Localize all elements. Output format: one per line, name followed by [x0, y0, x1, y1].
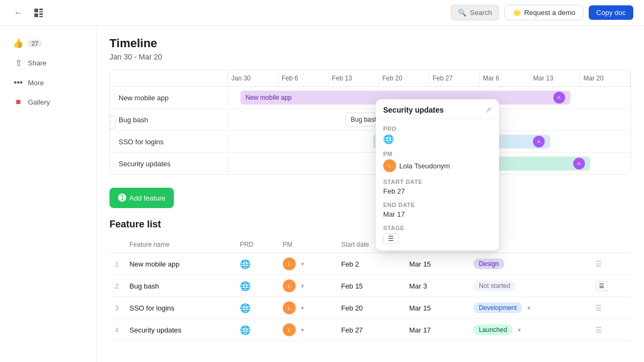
table-row: 1 New mobile app 🌐 L ▼ Feb 2 Mar 15 Desi…: [109, 253, 631, 275]
popup-stage-box[interactable]: ☰: [383, 233, 399, 244]
globe-icon-3[interactable]: 🌐: [240, 304, 251, 313]
avatar-new-mobile: A: [553, 92, 565, 104]
popup-header: Security updates ⇗: [376, 99, 499, 119]
main-content: 👍 27 ⇧ Share ••• More ■ Gallery Timeline…: [0, 26, 644, 362]
popup-expand-icon[interactable]: ⇗: [485, 106, 492, 114]
popup-stage-section: STAGE ☰: [383, 225, 492, 244]
avatar-security: A: [573, 158, 585, 169]
row-num-3: 3: [109, 297, 124, 319]
row-pm-2: L ▼: [277, 275, 336, 297]
svg-rect-2: [39, 11, 43, 12]
add-feature-label: Add feature: [129, 194, 165, 202]
timeline-label-security: Security updates: [110, 156, 228, 172]
popup-end-section: END DATE Mar 17: [383, 202, 492, 218]
copy-doc-button[interactable]: Copy doc: [589, 5, 633, 20]
back-button[interactable]: ←: [11, 5, 26, 20]
row-start-4: Feb 27: [336, 319, 404, 341]
share-icon: ⇧: [13, 58, 24, 68]
row-start-3: Feb 20: [336, 297, 404, 319]
globe-icon-4[interactable]: 🌐: [240, 326, 251, 335]
pm-avatar-1: L: [283, 257, 296, 270]
pm-avatar-2: L: [283, 279, 296, 292]
stage-dropdown-4[interactable]: ▼: [517, 327, 522, 333]
table-row: 2 Bug bash 🌐 L ▼ Feb 15 Mar 3 Not starte…: [109, 275, 631, 297]
content-area: Timeline Jan 30 - Mar 20 « Jan 30 Feb 6 …: [97, 26, 644, 362]
date-range: Jan 30 - Mar 20: [109, 53, 631, 61]
stage-dropdown-3[interactable]: ▼: [526, 305, 532, 311]
popup-prd-label: PRD: [383, 125, 492, 132]
view-toggle-button[interactable]: [31, 5, 46, 20]
row-num-2: 2: [109, 275, 124, 297]
timeline-row-security: Security updates Security updates A: [110, 153, 631, 174]
page-title: Timeline: [109, 36, 631, 50]
date-feb13: Feb 13: [329, 70, 379, 86]
row-num-1: 1: [109, 253, 124, 275]
pm-dropdown-2[interactable]: ▼: [300, 283, 305, 289]
demo-icon: 🌟: [513, 9, 521, 17]
popup-pm-label: PM: [383, 151, 492, 157]
pm-dropdown-1[interactable]: ▼: [300, 261, 305, 267]
action-icon-1[interactable]: ☰: [595, 260, 602, 268]
sidebar-item-likes[interactable]: 👍 27: [4, 34, 92, 52]
row-action-1: ☰: [590, 253, 631, 275]
globe-icon-2[interactable]: 🌐: [240, 282, 251, 291]
date-jan30: Jan 30: [228, 70, 279, 86]
row-stage-4: Launched ▼: [468, 319, 589, 341]
timeline-row-sso: SSO for logins SSO for logins A: [110, 131, 631, 153]
popup-title: Security updates: [383, 106, 444, 114]
popup-globe-icon[interactable]: 🌐: [383, 135, 394, 144]
popup-stage-value: ☰: [383, 233, 492, 244]
date-feb6: Feb 6: [279, 70, 329, 86]
popup-pm-avatar: L: [383, 159, 396, 172]
row-end-4: Mar 17: [404, 319, 468, 341]
row-action-2: ☰: [590, 275, 631, 297]
add-feature-button[interactable]: ➊ Add feature: [109, 188, 174, 208]
row-name-3: SSO for logins: [124, 297, 235, 319]
row-action-box-2[interactable]: ☰: [595, 281, 608, 291]
svg-rect-4: [39, 13, 43, 15]
timeline-label-bug-bash: Bug bash: [110, 112, 228, 128]
action-icon-4[interactable]: ☰: [595, 326, 602, 334]
popup-card: Security updates ⇗ PRD 🌐 PM L Lola Tseud…: [376, 99, 499, 250]
pm-dropdown-4[interactable]: ▼: [300, 327, 305, 333]
gallery-label: Gallery: [28, 98, 50, 106]
date-feb20: Feb 20: [379, 70, 429, 86]
sidebar-item-gallery[interactable]: ■ Gallery: [4, 93, 92, 110]
feature-table: Feature name PRD PM Start date End date …: [109, 237, 631, 341]
sidebar-item-share[interactable]: ⇧ Share: [4, 54, 92, 72]
pm-dropdown-3[interactable]: ▼: [300, 305, 305, 311]
top-bar: ← 🔍 Search 🌟 Request a demo Copy doc: [0, 0, 644, 26]
globe-icon-1[interactable]: 🌐: [240, 260, 251, 269]
action-icon-3[interactable]: ☰: [595, 304, 602, 312]
share-label: Share: [28, 59, 47, 67]
request-demo-button[interactable]: 🌟 Request a demo: [504, 5, 583, 20]
collapse-button[interactable]: «: [109, 116, 115, 129]
feature-list-title: Feature list: [109, 219, 631, 230]
timeline-container: « Jan 30 Feb 6 Feb 13 Feb 20 Feb 27 Mar …: [109, 70, 631, 175]
row-num-4: 4: [109, 319, 124, 341]
sidebar-item-more[interactable]: ••• More: [4, 74, 92, 91]
popup-prd-value: 🌐: [383, 134, 492, 144]
plus-circle-icon: ➊: [118, 192, 126, 204]
col-num: [109, 237, 124, 253]
row-prd-1: 🌐: [235, 253, 277, 275]
timeline-header: Jan 30 Feb 6 Feb 13 Feb 20 Feb 27 Mar 6 …: [110, 70, 631, 87]
row-pm-1: L ▼: [277, 253, 336, 275]
popup-start-section: START DATE Feb 27: [383, 179, 492, 195]
more-icon: •••: [13, 78, 24, 87]
svg-rect-0: [34, 9, 38, 12]
row-prd-3: 🌐: [235, 297, 277, 319]
bar-label-new-mobile: New mobile app: [246, 94, 292, 101]
search-button[interactable]: 🔍 Search: [451, 5, 499, 20]
row-end-2: Mar 3: [404, 275, 468, 297]
request-demo-label: Request a demo: [524, 9, 575, 17]
search-label: Search: [470, 9, 492, 17]
row-end-1: Mar 15: [404, 253, 468, 275]
popup-pm-section: PM L Lola Tseudonym: [383, 151, 492, 172]
date-feb27: Feb 27: [429, 70, 480, 86]
popup-end-label: END DATE: [383, 202, 492, 208]
row-prd-4: 🌐: [235, 319, 277, 341]
timeline-label-col: [110, 70, 228, 86]
top-bar-left: ←: [11, 5, 46, 20]
row-start-1: Feb 2: [336, 253, 404, 275]
